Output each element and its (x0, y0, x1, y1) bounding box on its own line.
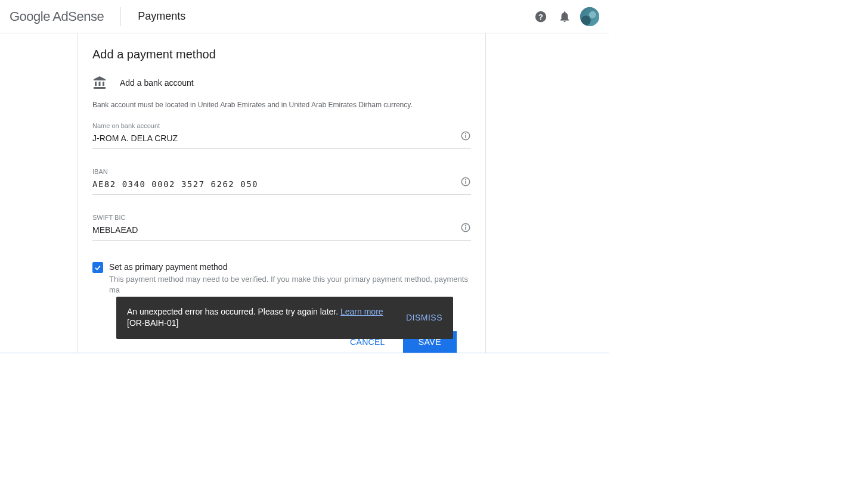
bank-account-option[interactable]: Add a bank account (92, 76, 471, 90)
content-area: Add a payment method Add a bank account … (0, 33, 609, 353)
name-field-label: Name on bank account (92, 122, 471, 129)
app-header: Google AdSense Payments ? (0, 0, 609, 33)
payment-method-card: Add a payment method Add a bank account … (78, 33, 486, 353)
checkbox-label: Set as primary payment method (109, 262, 471, 272)
swift-input[interactable] (92, 225, 453, 235)
bank-icon (92, 76, 107, 90)
dismiss-button[interactable]: DISMISS (406, 313, 442, 322)
toast-message: An unexpected error has occurred. Please… (127, 307, 340, 316)
help-icon[interactable]: ? (529, 5, 553, 29)
checkbox-subtext: This payment method may need to be verif… (109, 274, 471, 295)
logo-adsense-text: AdSense (50, 9, 104, 24)
svg-point-4 (466, 133, 466, 134)
logo-google-text: Google (10, 9, 50, 24)
primary-payment-checkbox[interactable] (92, 262, 103, 273)
page-title: Payments (138, 10, 185, 23)
info-icon[interactable] (460, 176, 471, 187)
swift-field-label: SWIFT BIC (92, 214, 471, 221)
iban-field-label: IBAN (92, 168, 471, 175)
iban-field: IBAN (92, 168, 471, 195)
bank-account-label: Add a bank account (120, 78, 194, 88)
account-avatar[interactable] (580, 7, 599, 26)
svg-text:?: ? (538, 12, 543, 21)
location-note: Bank account must be located in United A… (92, 101, 471, 109)
error-toast: An unexpected error has occurred. Please… (116, 297, 453, 339)
notifications-icon[interactable] (553, 5, 577, 29)
header-divider (120, 7, 121, 26)
swift-field: SWIFT BIC (92, 214, 471, 241)
card-title: Add a payment method (92, 48, 471, 61)
learn-more-link[interactable]: Learn more (340, 307, 383, 316)
error-code: [OR-BAIH-01] (127, 318, 178, 328)
name-input[interactable] (92, 133, 453, 143)
info-icon[interactable] (460, 222, 471, 233)
product-logo[interactable]: Google AdSense (10, 9, 104, 24)
primary-payment-checkbox-area: Set as primary payment method This payme… (92, 262, 471, 295)
svg-point-10 (466, 225, 466, 226)
info-icon[interactable] (460, 130, 471, 141)
iban-input[interactable] (92, 179, 453, 189)
name-field: Name on bank account (92, 122, 471, 149)
svg-point-7 (466, 179, 466, 180)
